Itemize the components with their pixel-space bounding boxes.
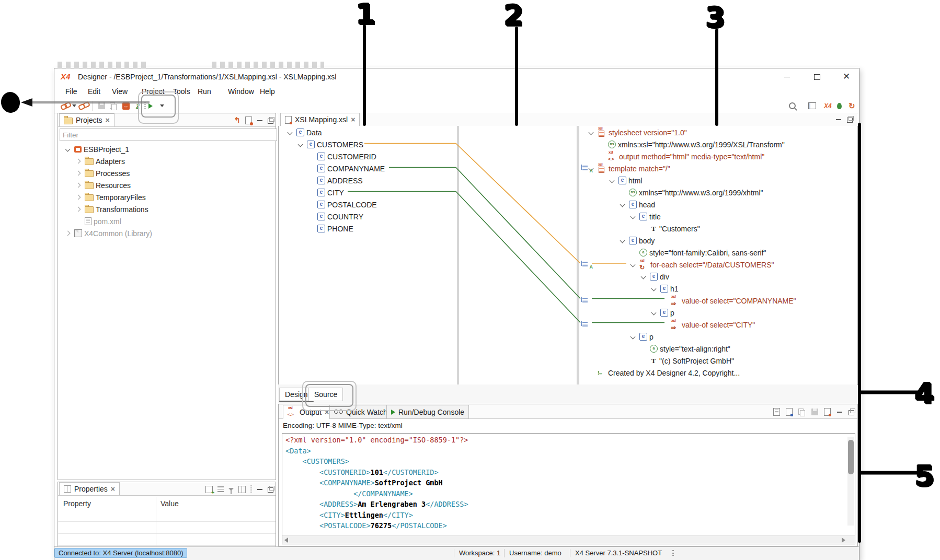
save-icon[interactable]: [811, 407, 818, 416]
source-node-city[interactable]: eCITY: [279, 186, 457, 199]
tree-item-transformations[interactable]: Transformations: [59, 203, 273, 215]
new-property-icon[interactable]: [205, 484, 213, 493]
source-node-companyname[interactable]: eCOMPANYNAME: [279, 162, 457, 174]
chevron-down-icon[interactable]: [639, 273, 648, 281]
chevron-right-icon[interactable]: [74, 157, 83, 166]
target-node-output[interactable]: xsl<.>output method="html" media-type="t…: [579, 150, 858, 162]
restore-icon[interactable]: [268, 116, 273, 124]
debug-button[interactable]: [837, 99, 842, 113]
restore-icon[interactable]: [847, 118, 853, 123]
chevron-right-icon[interactable]: [74, 193, 83, 202]
close-icon[interactable]: ×: [351, 116, 355, 123]
chevron-down-icon[interactable]: [629, 213, 637, 221]
menu-view[interactable]: View: [112, 87, 128, 96]
columns-icon[interactable]: [238, 484, 246, 493]
menu-dots-icon[interactable]: [250, 484, 252, 493]
menu-edit[interactable]: Edit: [88, 87, 100, 96]
menu-help[interactable]: Help: [260, 87, 275, 96]
target-node-elem[interactable]: ehtml: [579, 174, 858, 186]
refresh-button[interactable]: ↻: [849, 99, 855, 113]
tree-item-adapters[interactable]: Adapters: [59, 155, 273, 167]
chevron-down-icon[interactable]: [650, 285, 658, 293]
target-node-elem[interactable]: ebody: [579, 235, 858, 247]
chevron-right-icon[interactable]: [74, 181, 83, 190]
chevron-down-icon[interactable]: [286, 129, 294, 137]
source-node-phone[interactable]: ePHONE: [279, 223, 457, 235]
export-icon[interactable]: [824, 407, 831, 416]
chevron-down-icon[interactable]: [618, 237, 627, 245]
revert-icon[interactable]: ↰: [234, 115, 240, 124]
find-icon[interactable]: [773, 407, 780, 416]
copy-icon[interactable]: [798, 407, 806, 415]
target-node-comment[interactable]: !--Created by X4 Designer 4.2, Copyright…: [579, 367, 858, 379]
scroll-right-icon[interactable]: [842, 538, 845, 543]
perspective-button[interactable]: [808, 99, 816, 113]
menu-file[interactable]: File: [65, 87, 77, 96]
tree-item-pom-xml[interactable]: pom.xml: [59, 215, 273, 227]
source-node-customerid[interactable]: eCUSTOMERID: [279, 150, 457, 162]
clipboard-icon[interactable]: [786, 407, 793, 416]
minimize-button[interactable]: [779, 71, 795, 83]
target-node-elem[interactable]: ep: [579, 307, 858, 319]
chevron-down-icon[interactable]: [618, 201, 627, 209]
chevron-down-icon[interactable]: [64, 145, 72, 154]
chevron-down-icon[interactable]: [296, 141, 305, 149]
source-node-address[interactable]: eADDRESS: [279, 174, 457, 186]
target-node-valueof[interactable]: xsl⇒value-of select="CITY": [579, 319, 858, 331]
chevron-right-icon[interactable]: [74, 169, 83, 178]
chevron-down-icon[interactable]: [629, 261, 637, 269]
statusbar-connection[interactable]: Connected to: X4 Server (localhost:8080): [54, 548, 187, 558]
maximize-button[interactable]: [809, 71, 825, 83]
target-node-elem[interactable]: ep: [579, 331, 858, 343]
source-node-country[interactable]: eCOUNTRY: [279, 211, 457, 223]
output-hscrollbar[interactable]: [282, 535, 855, 544]
close-button[interactable]: ✕: [839, 71, 854, 83]
target-node-ns[interactable]: nsxmlns="http://www.w3.org/1999/xhtml": [579, 186, 858, 199]
tab-projects[interactable]: Projects ×: [59, 113, 114, 126]
sync-button[interactable]: ↔: [122, 99, 130, 113]
filter-icon[interactable]: [228, 485, 234, 493]
tree-item-x4common-library-[interactable]: X4Common (Library): [59, 227, 273, 239]
x4-button[interactable]: X4: [824, 99, 832, 113]
focus-file-icon[interactable]: [245, 115, 252, 124]
target-node-elem[interactable]: ehead: [579, 199, 858, 211]
tree-mode-icon[interactable]: [217, 485, 224, 493]
source-node-customers[interactable]: eCUSTOMERS: [279, 138, 457, 150]
chevron-down-icon[interactable]: [650, 309, 658, 317]
target-node-elem[interactable]: eh1: [579, 283, 858, 295]
target-node-text[interactable]: T"(c) SoftProject GmbH": [579, 355, 858, 367]
chevron-right-icon[interactable]: [74, 205, 83, 214]
filter-input[interactable]: [60, 129, 277, 141]
close-icon[interactable]: ×: [111, 486, 115, 492]
minimize-icon[interactable]: [257, 116, 263, 124]
chevron-down-icon[interactable]: [587, 129, 595, 137]
menu-run[interactable]: Run: [198, 87, 211, 96]
tree-item-temporaryfiles[interactable]: TemporaryFiles: [59, 191, 273, 203]
tree-item-resources[interactable]: Resources: [59, 179, 273, 191]
target-node-elem[interactable]: etitle: [579, 211, 858, 223]
minimize-icon[interactable]: [835, 116, 842, 123]
dropdown-button[interactable]: [72, 99, 76, 113]
target-node-ns[interactable]: nsxmlns:xsl="http://www.w3.org/1999/XSL/…: [579, 138, 858, 150]
save-button[interactable]: [98, 99, 105, 113]
target-node-stylesheet[interactable]: xslstylesheet version="1.0": [579, 126, 858, 138]
link-button[interactable]: [61, 99, 71, 113]
target-node-foreach[interactable]: xsl↻for-each select="/Data/CUSTOMERS": [579, 259, 858, 271]
tab-properties[interactable]: Properties ×: [59, 482, 120, 495]
target-node-elem[interactable]: ediv: [579, 271, 858, 283]
chevron-down-icon[interactable]: [608, 177, 616, 185]
target-node-valueof[interactable]: xsl⇒value-of select="COMPANYNAME": [579, 295, 858, 307]
chevron-right-icon[interactable]: [64, 229, 72, 238]
source-node-data[interactable]: eData: [279, 126, 457, 138]
source-node-postalcode[interactable]: ePOSTALCODE: [279, 199, 457, 211]
tree-item-processes[interactable]: Processes: [59, 167, 273, 179]
restore-icon[interactable]: [849, 407, 854, 416]
copy-button[interactable]: [110, 99, 117, 113]
chevron-down-icon[interactable]: [629, 333, 637, 341]
search-button[interactable]: [789, 99, 796, 113]
tree-item-esbproject-1[interactable]: ESBProject_1: [59, 143, 273, 155]
restore-icon[interactable]: [268, 485, 273, 493]
minimize-icon[interactable]: [836, 407, 843, 416]
scroll-left-icon[interactable]: [284, 538, 288, 543]
target-node-template[interactable]: xsltemplate match="/": [579, 162, 858, 174]
